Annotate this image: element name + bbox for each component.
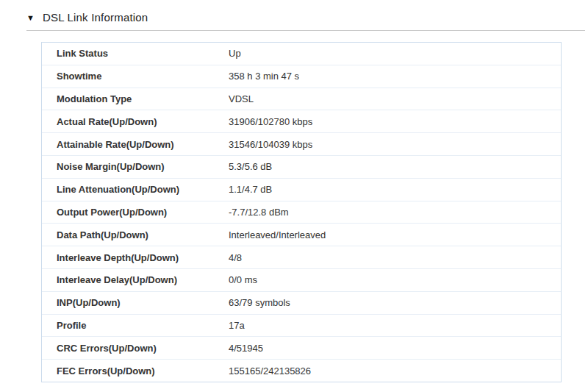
row-label: Interleave Depth(Up/Down) (42, 252, 229, 263)
table-row: Showtime 358 h 3 min 47 s (42, 65, 561, 88)
section-header[interactable]: ▼ DSL Link Information (26, 11, 585, 31)
table-row: Output Power(Up/Down) -7.7/12.8 dBm (42, 201, 561, 224)
row-value: 5.3/5.6 dB (229, 161, 272, 172)
table-row: FEC Errors(Up/Down) 155165/242135826 (42, 360, 561, 382)
section-title: DSL Link Information (43, 11, 148, 24)
row-value: -7.7/12.8 dBm (229, 207, 289, 218)
table-row: Data Path(Up/Down) Interleaved/Interleav… (42, 224, 561, 246)
row-value: 17a (229, 320, 245, 331)
table-row: Noise Margin(Up/Down) 5.3/5.6 dB (42, 156, 561, 179)
row-label: Attainable Rate(Up/Down) (42, 139, 229, 150)
row-label: FEC Errors(Up/Down) (42, 365, 229, 376)
table-row: Link Status Up (42, 43, 561, 65)
row-label: Output Power(Up/Down) (42, 207, 229, 218)
collapse-triangle-icon[interactable]: ▼ (26, 14, 35, 22)
table-row: Attainable Rate(Up/Down) 31546/104039 kb… (42, 133, 561, 156)
row-value: VDSL (229, 93, 254, 104)
table-row: Line Attenuation(Up/Down) 1.1/4.7 dB (42, 179, 561, 201)
row-value: 4/8 (229, 252, 242, 263)
row-label: Profile (42, 320, 229, 331)
row-value: Interleaved/Interleaved (229, 229, 326, 240)
row-label: Actual Rate(Up/Down) (42, 116, 229, 127)
table-row: Actual Rate(Up/Down) 31906/102780 kbps (42, 110, 561, 133)
table-row: Interleave Delay(Up/Down) 0/0 ms (42, 269, 561, 292)
row-label: CRC Errors(Up/Down) (42, 343, 229, 354)
row-value: 155165/242135826 (229, 365, 311, 376)
row-value: 1.1/4.7 dB (229, 184, 272, 195)
table-row: Profile 17a (42, 315, 561, 338)
row-value: 358 h 3 min 47 s (229, 71, 299, 82)
dsl-info-table: Link Status Up Showtime 358 h 3 min 47 s… (41, 42, 562, 382)
row-label: INP(Up/Down) (42, 297, 229, 308)
table-row: INP(Up/Down) 63/79 symbols (42, 292, 561, 315)
table-row: Interleave Depth(Up/Down) 4/8 (42, 246, 561, 269)
row-value: Up (229, 48, 241, 59)
row-label: Modulation Type (42, 93, 229, 104)
dsl-link-information-section: ▼ DSL Link Information Link Status Up Sh… (0, 0, 588, 382)
row-label: Line Attenuation(Up/Down) (42, 184, 229, 195)
row-label: Showtime (42, 71, 229, 82)
table-row: CRC Errors(Up/Down) 4/51945 (42, 337, 561, 360)
table-row: Modulation Type VDSL (42, 88, 561, 111)
row-value: 4/51945 (229, 343, 263, 354)
row-label: Noise Margin(Up/Down) (42, 161, 229, 172)
row-value: 31906/102780 kbps (229, 116, 312, 127)
row-value: 63/79 symbols (229, 297, 290, 308)
row-value: 0/0 ms (229, 274, 257, 285)
row-label: Data Path(Up/Down) (42, 229, 229, 240)
row-label: Link Status (42, 48, 229, 59)
row-value: 31546/104039 kbps (229, 139, 312, 150)
row-label: Interleave Delay(Up/Down) (42, 274, 229, 285)
